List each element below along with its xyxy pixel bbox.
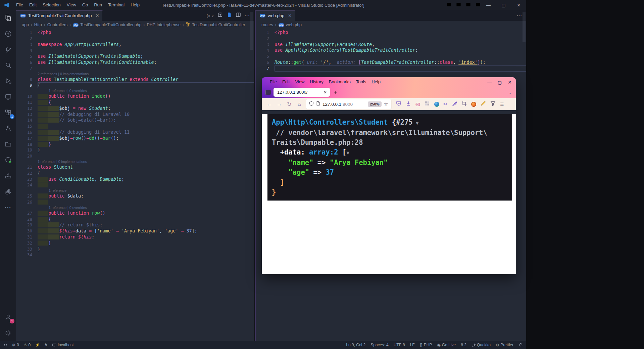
code-line-6[interactable]: 6Route::get( uri: '/', action: [TestDump… <box>256 59 526 66</box>
dump-toggle-icon[interactable]: ▼ <box>346 150 349 156</box>
settings-gear-icon[interactable] <box>0 325 16 341</box>
browser-menu-help[interactable]: Help <box>369 79 383 85</box>
address-bar[interactable]: 127.0.0.1:8000 250% ☆ <box>306 99 391 109</box>
warnings-indicator[interactable]: ⚠0 <box>23 343 31 347</box>
code-line-23[interactable]: 23 use Conditionable, Dumpable; <box>16 176 254 182</box>
menu-go[interactable]: Go <box>79 0 91 10</box>
code-line-7[interactable]: 7 <box>256 66 526 72</box>
encoding[interactable]: UTF-8 <box>394 343 405 347</box>
close-tab-icon[interactable]: ✕ <box>96 13 99 18</box>
explorer-icon[interactable] <box>0 10 16 26</box>
more-views-icon[interactable]: ··· <box>0 200 16 215</box>
page-info-icon[interactable] <box>316 101 320 107</box>
code-line-2[interactable]: 2 <box>256 36 526 42</box>
errors-indicator[interactable]: ⊗0 <box>12 343 19 347</box>
code-line-28[interactable]: 28 { <box>16 216 254 222</box>
radio-broadcast-icon[interactable]: ((•)) <box>415 102 420 106</box>
toggle-secondary-sidebar-icon[interactable] <box>466 2 471 8</box>
code-line-31[interactable]: 31 return $this; <box>16 234 254 240</box>
back-icon[interactable]: ← <box>266 101 273 107</box>
codelens[interactable]: 1 reference <box>16 188 254 193</box>
minimize-button[interactable]: — <box>481 0 496 10</box>
codelens[interactable]: 1 reference | 0 overrides <box>16 88 254 93</box>
code-line-25[interactable]: 25 public $data; <box>16 193 254 199</box>
code-line-17[interactable]: 17 $obj→row()→dd()→bar(); <box>16 135 254 141</box>
breadcrumb-item-http[interactable]: Http <box>34 23 42 27</box>
close-button[interactable]: ✕ <box>511 0 526 10</box>
codelens[interactable]: 1 reference | 0 implementations <box>16 159 254 164</box>
language-mode[interactable]: {}PHP <box>420 343 432 347</box>
scissors-icon[interactable]: ✂ <box>444 101 448 107</box>
run-debug-icon[interactable] <box>0 73 16 89</box>
code-line-11[interactable]: 11 { <box>16 99 254 105</box>
code-line-18[interactable]: 18 } <box>16 141 254 147</box>
bookmark-star-icon[interactable]: ☆ <box>384 101 388 107</box>
code-line-6[interactable]: 6use Illuminate\Support\Traits\Condition… <box>16 59 254 66</box>
inbox-icon[interactable] <box>0 168 16 184</box>
browser-menu-tools[interactable]: Tools <box>353 79 369 85</box>
list-tabs-chevron-icon[interactable]: ⌄ <box>508 90 512 95</box>
scrollbar-right[interactable] <box>523 12 526 42</box>
wappalyzer-icon[interactable] <box>434 102 439 107</box>
cursor-position[interactable]: Ln 9, Col 2 <box>346 343 365 347</box>
php-version[interactable]: 8.2 <box>461 343 466 347</box>
eol-sequence[interactable]: LF <box>410 343 415 347</box>
shield-icon[interactable] <box>309 101 314 107</box>
code-line-4[interactable]: 4use App\Http\Controllers\TestDumpableTr… <box>256 47 526 53</box>
accounts-icon[interactable]: 1 <box>0 309 16 325</box>
search-icon[interactable] <box>0 57 16 73</box>
notifications-bell-icon[interactable] <box>518 343 523 347</box>
forward-icon[interactable]: → <box>276 101 283 107</box>
menu-file[interactable]: File <box>13 0 26 10</box>
code-line-10[interactable]: 10 public function index() <box>16 93 254 99</box>
breadcrumb-item-testdumpabletraitcontroller-php[interactable]: phpTestDumpableTraitController.php <box>73 23 141 27</box>
browser-menu-view[interactable]: View <box>292 79 307 85</box>
firefox-view-icon[interactable] <box>265 90 271 95</box>
pocket-icon[interactable] <box>396 101 401 107</box>
code-line-5[interactable]: 5use Illuminate\Support\Traits\Dumpable; <box>16 53 254 59</box>
dump-toggle-icon[interactable]: ▼ <box>413 120 419 126</box>
breadcrumb-item-routes[interactable]: routes <box>261 23 273 27</box>
code-line-3[interactable]: 3use Illuminate\Support\Facades\Route; <box>256 42 526 48</box>
open-changes-icon[interactable] <box>217 12 223 19</box>
split-editor-icon[interactable] <box>236 12 241 19</box>
extensions-icon[interactable]: 1 <box>0 105 16 121</box>
codelens[interactable]: 1 reference | 0 overrides <box>16 205 254 210</box>
code-line-4[interactable]: 4 <box>16 47 254 53</box>
breadcrumb-item-web-php[interactable]: phpweb.php <box>279 23 302 27</box>
php-server-icon[interactable] <box>227 12 232 19</box>
close-browser-tab-icon[interactable]: ✕ <box>324 90 327 95</box>
code-line-26[interactable]: 26 <box>16 199 254 205</box>
run-code-button[interactable]: ▷ ∨ <box>207 13 214 18</box>
thunder-client-icon[interactable] <box>0 26 16 42</box>
code-line-5[interactable]: 5 <box>256 53 526 59</box>
menu-edit[interactable]: Edit <box>26 0 40 10</box>
code-line-30[interactable]: 30 $this→data = ['name' ⇒ 'Arya Febiyan'… <box>16 228 254 234</box>
new-tab-button[interactable]: + <box>334 89 337 96</box>
code-line-15[interactable]: 15 <box>16 123 254 129</box>
code-line-33[interactable]: 33} <box>16 246 254 252</box>
code-line-7[interactable]: 7 <box>16 66 254 72</box>
testing-beaker-icon[interactable] <box>0 121 16 136</box>
download-icon[interactable] <box>406 101 411 107</box>
browser-maximize-button[interactable]: ▢ <box>498 80 502 85</box>
code-line-34[interactable]: 34 <box>16 252 254 258</box>
menu-terminal[interactable]: Terminal <box>105 0 128 10</box>
breadcrumb-item-php-intelephense[interactable]: PHP Intelephense <box>147 23 181 27</box>
code-line-1[interactable]: 1<?php <box>16 30 254 36</box>
funnel-filter-icon[interactable] <box>490 101 496 107</box>
code-line-19[interactable]: 19} <box>16 147 254 153</box>
browser-menu-file[interactable]: File <box>267 79 280 85</box>
hamburger-menu-icon[interactable]: ≡ <box>500 100 504 108</box>
toggle-panel-icon[interactable] <box>456 2 461 8</box>
maximize-button[interactable]: ▢ <box>496 0 511 10</box>
menu-selection[interactable]: Selection <box>40 0 63 10</box>
github-icon[interactable] <box>0 152 16 168</box>
remote-explorer-icon[interactable] <box>0 89 16 105</box>
zap-icon[interactable]: ↯ <box>44 343 48 347</box>
go-live-button[interactable]: ◉Go Live <box>437 343 456 347</box>
breadcrumb-item-testdumpabletraitcontroller[interactable]: TestDumpableTraitController <box>186 22 245 28</box>
code-editor-left[interactable]: 1<?php23namespace App\Http\Controllers;4… <box>16 29 254 341</box>
code-line-16[interactable]: 16 // debugging di Laravel 11 <box>16 129 254 135</box>
zoom-level-badge[interactable]: 250% <box>368 101 381 107</box>
